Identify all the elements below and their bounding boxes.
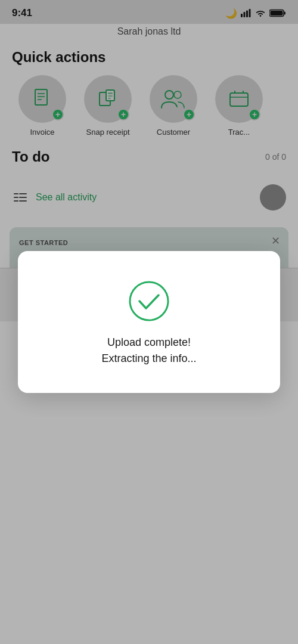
svg-point-60 bbox=[130, 282, 168, 320]
checkmark-icon bbox=[128, 280, 170, 323]
modal-line1: Upload complete! bbox=[107, 336, 191, 348]
modal-line2: Extracting the info... bbox=[101, 352, 196, 364]
modal-overlay: Upload complete! Extracting the info... bbox=[0, 0, 298, 644]
modal-card: Upload complete! Extracting the info... bbox=[18, 251, 280, 393]
modal-text: Upload complete! Extracting the info... bbox=[101, 335, 196, 367]
